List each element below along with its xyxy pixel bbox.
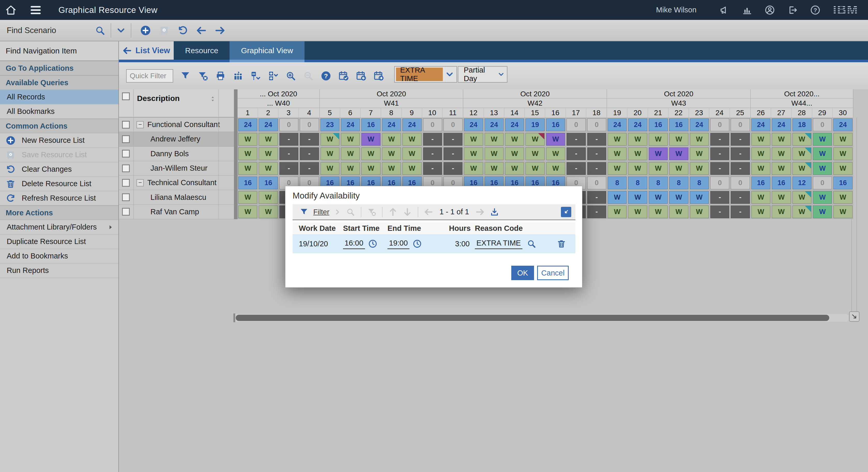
reason-code-dropdown[interactable]: EXTRA TIME: [394, 66, 457, 82]
availability-cell[interactable]: W: [546, 147, 565, 160]
availability-cell[interactable]: -: [423, 147, 442, 160]
availability-cell[interactable]: 0: [567, 119, 586, 131]
sidebar-item-duplicate-resource-list[interactable]: Duplicate Resource List: [0, 234, 118, 249]
collapse-toggle[interactable]: −: [136, 121, 144, 128]
availability-cell[interactable]: 16: [833, 177, 852, 189]
availability-cell[interactable]: -: [710, 205, 729, 218]
availability-cell[interactable]: -: [279, 162, 298, 175]
sidebar-item-run-reports[interactable]: Run Reports: [0, 263, 118, 278]
sidebar-item-clear-changes[interactable]: Clear Changes: [0, 162, 118, 177]
tab-graphical-view[interactable]: Graphical View: [229, 41, 304, 60]
availability-cell[interactable]: W: [526, 162, 545, 175]
availability-cell[interactable]: W: [320, 133, 339, 146]
availability-cell[interactable]: -: [443, 147, 462, 160]
resource-row-liliana-malaescu[interactable]: Liliana Malaescu: [119, 190, 238, 205]
availability-cell[interactable]: W: [608, 162, 627, 175]
availability-cell[interactable]: W: [833, 191, 852, 204]
reason-code-input[interactable]: EXTRA TIME: [475, 238, 522, 249]
sidebar-item-add-to-bookmarks[interactable]: Add to Bookmarks: [0, 249, 118, 263]
availability-cell[interactable]: 8: [608, 177, 627, 189]
availability-cell[interactable]: -: [731, 162, 750, 175]
calendar-next-icon[interactable]: [373, 70, 384, 81]
horizontal-scrollbar-thumb[interactable]: [236, 315, 829, 321]
availability-cell[interactable]: 0: [587, 119, 606, 131]
availability-cell[interactable]: W: [361, 133, 380, 146]
availability-cell[interactable]: W: [751, 133, 770, 146]
collapse-toggle[interactable]: −: [136, 179, 144, 187]
user-icon[interactable]: [765, 5, 775, 15]
availability-cell[interactable]: 24: [238, 119, 257, 131]
availability-cell[interactable]: 24: [464, 119, 483, 131]
availability-cell[interactable]: W: [690, 133, 709, 146]
availability-cell[interactable]: W: [382, 133, 401, 146]
availability-cell[interactable]: W: [628, 162, 647, 175]
availability-cell[interactable]: -: [300, 133, 319, 146]
availability-cell[interactable]: 24: [505, 119, 524, 131]
new-button[interactable]: [140, 25, 151, 36]
resource-row-functional-consultant[interactable]: −Functional Consultant: [119, 117, 238, 132]
zoom-out-icon[interactable]: [303, 70, 314, 81]
availability-cell[interactable]: W: [238, 162, 257, 175]
tab-resource[interactable]: Resource: [174, 41, 229, 60]
availability-cell[interactable]: -: [443, 133, 462, 146]
availability-cell[interactable]: -: [710, 162, 729, 175]
sidebar-item-save-resource-list[interactable]: Save Resource List: [0, 148, 118, 162]
availability-cell[interactable]: W: [793, 205, 811, 218]
lookup-icon[interactable]: [527, 239, 536, 249]
availability-cell[interactable]: -: [567, 147, 586, 160]
availability-cell[interactable]: 16: [772, 177, 791, 189]
availability-cell[interactable]: -: [731, 133, 750, 146]
row-checkbox[interactable]: [122, 208, 130, 215]
sidebar-item-all-bookmarks[interactable]: All Bookmarks: [0, 104, 118, 119]
availability-cell[interactable]: 8: [669, 177, 688, 189]
panel-splitter[interactable]: [234, 89, 238, 219]
availability-cell[interactable]: 24: [608, 119, 627, 131]
availability-cell[interactable]: W: [690, 205, 709, 218]
availability-cell[interactable]: 0: [731, 119, 750, 131]
back-to-list-view[interactable]: List View: [119, 41, 174, 60]
availability-cell[interactable]: W: [526, 147, 545, 160]
sidebar-item-delete-resource-list[interactable]: Delete Resource List: [0, 177, 118, 191]
availability-cell[interactable]: -: [587, 191, 606, 204]
availability-cell[interactable]: W: [793, 147, 811, 160]
zoom-in-icon[interactable]: [285, 70, 296, 81]
availability-cell[interactable]: 16: [238, 177, 257, 189]
availability-cell[interactable]: W: [628, 191, 647, 204]
availability-cell[interactable]: W: [238, 147, 257, 160]
availability-cell[interactable]: W: [505, 162, 524, 175]
row-checkbox[interactable]: [122, 165, 130, 172]
availability-cell[interactable]: W: [772, 205, 791, 218]
availability-cell[interactable]: 24: [402, 119, 421, 131]
availability-cell[interactable]: W: [669, 133, 688, 146]
availability-cell[interactable]: 16: [669, 119, 688, 131]
availability-cell[interactable]: W: [485, 147, 503, 160]
availability-cell[interactable]: W: [793, 191, 811, 204]
availability-cell[interactable]: -: [731, 205, 750, 218]
availability-cell[interactable]: W: [402, 147, 421, 160]
availability-cell[interactable]: 0: [813, 177, 832, 189]
resource-row-jan-willem-steur[interactable]: Jan-Willem Steur: [119, 161, 238, 176]
availability-cell[interactable]: -: [300, 162, 319, 175]
availability-cell[interactable]: W: [628, 205, 647, 218]
availability-cell[interactable]: W: [464, 162, 483, 175]
availability-cell[interactable]: W: [793, 162, 811, 175]
availability-cell[interactable]: 0: [710, 177, 729, 189]
sidebar-item-new-resource-list[interactable]: New Resource List: [0, 133, 118, 148]
availability-cell[interactable]: W: [546, 133, 565, 146]
availability-cell[interactable]: -: [279, 147, 298, 160]
resource-row-andrew-jeffery[interactable]: Andrew Jeffery: [119, 132, 238, 146]
availability-cell[interactable]: W: [382, 147, 401, 160]
availability-cell[interactable]: W: [751, 191, 770, 204]
availability-cell[interactable]: W: [402, 162, 421, 175]
availability-cell[interactable]: W: [238, 133, 257, 146]
availability-cell[interactable]: W: [485, 162, 503, 175]
availability-cell[interactable]: W: [690, 191, 709, 204]
availability-cell[interactable]: -: [567, 133, 586, 146]
print-icon[interactable]: [215, 70, 226, 81]
quick-filter-input[interactable]: [126, 69, 173, 82]
row-checkbox[interactable]: [122, 121, 130, 129]
availability-cell[interactable]: 16: [361, 119, 380, 131]
chevron-down-icon[interactable]: [116, 26, 126, 35]
availability-cell[interactable]: W: [608, 205, 627, 218]
availability-cell[interactable]: W: [402, 133, 421, 146]
